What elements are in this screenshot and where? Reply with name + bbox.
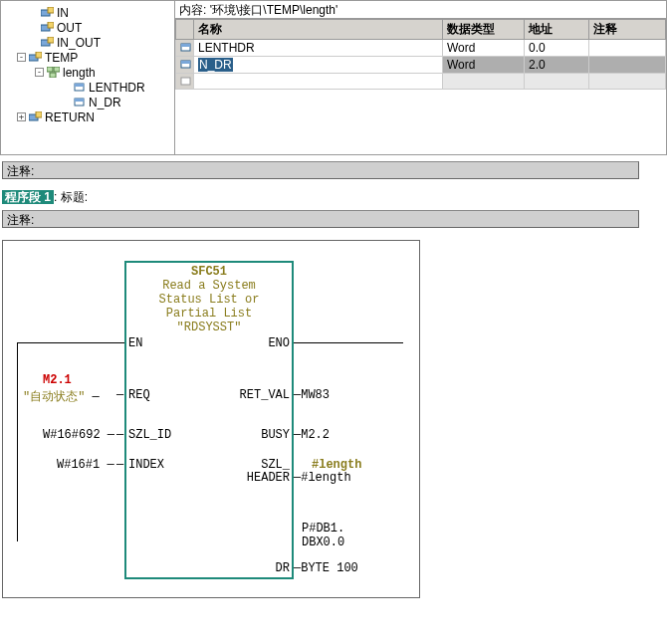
svg-rect-5 [48,37,54,43]
row-leader[interactable] [176,57,194,74]
var-icon [41,22,54,33]
block-desc: Read a System [126,279,292,293]
operand-m22[interactable]: —M2.2 [294,428,330,442]
symbol-text: "自动状态" [23,390,85,404]
tree-item-in[interactable]: IN [1,5,174,20]
operand-m21[interactable]: M2.1 [43,373,72,387]
tree-label: N_DR [89,96,121,109]
tree-label: TEMP [45,51,78,65]
cell-name[interactable]: LENTHDR [194,40,443,57]
operand-length-sym[interactable]: #length [312,458,361,472]
comment-bar[interactable]: 注释: [2,161,639,179]
table-row-empty[interactable] [176,74,666,90]
row-leader[interactable] [176,74,194,90]
operand-index[interactable]: W#16#1 — [57,458,114,472]
segment-title-row[interactable]: 程序段 1: 标题: [2,189,665,206]
svg-rect-7 [36,52,42,58]
var-icon [29,52,42,63]
pin-req: REQ [128,388,150,402]
svg-rect-16 [36,111,42,117]
tree-item-return[interactable]: + RETURN [1,109,174,124]
leaf-icon [73,97,86,107]
declaration-region: IN OUT IN_OUT - TEMP - length LENTHDR [0,0,667,155]
svg-rect-10 [50,73,56,78]
svg-rect-3 [48,22,54,28]
value-text: M2.2 [301,428,330,442]
block-desc: Partial List [126,307,292,321]
tree-label: IN_OUT [57,36,101,50]
tree-item-temp[interactable]: - TEMP [1,50,174,65]
operand-mw83[interactable]: —MW83 [294,388,330,402]
selected-text: N_DR [198,58,233,72]
tree-label: length [63,66,96,80]
cell-type[interactable] [443,74,525,90]
declaration-table[interactable]: 名称 数据类型 地址 注释 LENTHDR Word 0.0 N_DR Word… [175,19,666,90]
pin-en: EN [128,336,142,350]
var-icon [29,111,42,122]
tree-expand-icon[interactable]: + [17,112,26,121]
col-name[interactable]: 名称 [194,20,443,40]
cell-name[interactable]: N_DR [194,57,443,74]
tree-label: LENTHDR [89,81,145,95]
operand-dr2[interactable]: DBX0.0 [302,536,344,549]
sfc51-block[interactable]: SFC51 Read a System Status List or Parti… [124,261,294,579]
pin-header: HEADER [232,471,290,485]
cell-addr[interactable]: 0.0 [525,40,589,57]
tree-collapse-icon[interactable]: - [35,68,44,77]
leaf-icon [73,82,86,93]
cell-type[interactable]: Word [443,57,525,74]
wire [17,342,124,343]
cell-note[interactable] [589,57,666,74]
corner-cell [176,20,194,40]
col-note[interactable]: 注释 [589,20,666,40]
fbd-network[interactable]: SFC51 Read a System Status List or Parti… [2,240,420,598]
tree-item-lenthdr[interactable]: LENTHDR [1,80,174,95]
cell-note[interactable] [589,74,666,90]
comment-bar[interactable]: 注释: [2,210,639,228]
row-leader[interactable] [176,40,194,57]
var-icon [41,7,54,18]
table-row[interactable]: LENTHDR Word 0.0 [176,40,666,57]
interface-tree[interactable]: IN OUT IN_OUT - TEMP - length LENTHDR [1,1,175,154]
value-text: MW83 [301,388,330,402]
pin-index: INDEX [128,458,164,472]
table-header-row: 名称 数据类型 地址 注释 [176,20,666,40]
segment-badge: 程序段 1 [2,190,54,204]
wire [294,342,403,343]
svg-rect-9 [54,67,60,72]
operand-autostate[interactable]: "自动状态" — [23,388,100,405]
col-type[interactable]: 数据类型 [443,20,525,40]
left-rail [17,342,18,541]
cell-addr[interactable]: 2.0 [525,57,589,74]
pin-eno: ENO [232,336,290,350]
struct-icon [47,67,60,78]
new-row-icon [180,77,192,87]
operand-szlid[interactable]: W#16#692 — [43,428,114,442]
tree-item-ndr[interactable]: N_DR [1,95,174,109]
tree-label: IN [57,6,69,20]
col-addr[interactable]: 地址 [525,20,589,40]
block-symbol: "RDSYSST" [126,321,292,334]
value-text: #length [301,471,350,485]
tree-item-inout[interactable]: IN_OUT [1,35,174,50]
pin-retval: RET_VAL [232,388,290,402]
leaf-icon [180,43,192,53]
tree-collapse-icon[interactable]: - [17,53,26,62]
operand-length[interactable]: —#length [294,471,351,485]
tree-item-out[interactable]: OUT [1,20,174,35]
comment-label: 注释: [7,213,34,227]
table-row[interactable]: N_DR Word 2.0 [176,57,666,74]
operand-dr3[interactable]: —BYTE 100 [294,561,358,575]
dash: — [116,458,123,472]
cell-note[interactable] [589,40,666,57]
cell-type[interactable]: Word [443,40,525,57]
pin-dr: DR [232,561,290,575]
dash: — [116,388,123,402]
segment-title-suffix: : 标题: [54,190,88,204]
svg-rect-21 [181,78,190,85]
operand-dr1[interactable]: P#DB1. [302,522,344,536]
tree-item-length[interactable]: - length [1,65,174,80]
svg-rect-20 [181,61,190,64]
cell-addr[interactable] [525,74,589,90]
cell-name[interactable] [194,74,443,90]
